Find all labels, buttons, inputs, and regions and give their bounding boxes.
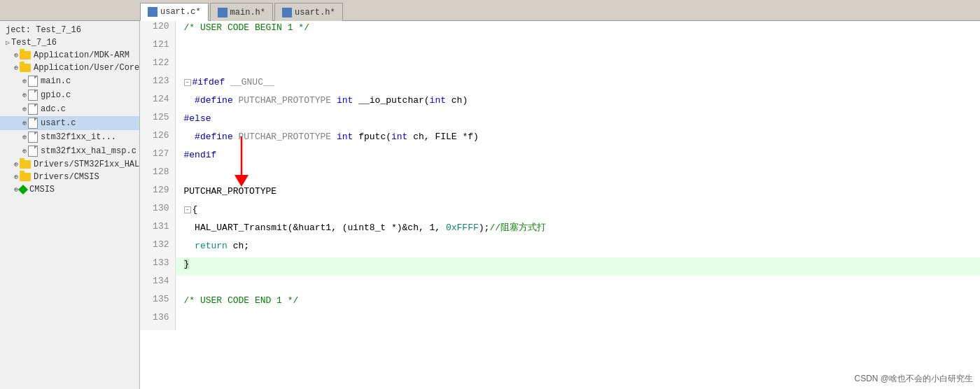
sidebar-item-user-core[interactable]: ⊕ Application/User/Core [0, 62, 139, 74]
expand-gpio-icon: ⊕ [22, 91, 27, 99]
line-number: 126 [140, 130, 175, 148]
folder-icon-hal [20, 160, 31, 169]
sidebar-item-main-c[interactable]: ⊕ main.c [0, 74, 139, 88]
line-row-highlighted: 133 } [140, 257, 980, 276]
code-line[interactable] [175, 312, 980, 330]
line-number: 120 [140, 21, 175, 39]
folder-icon-mdk [20, 51, 31, 59]
code-line[interactable] [175, 39, 980, 57]
line-number: 122 [140, 57, 175, 76]
line-row: 125 #else [140, 112, 980, 130]
sidebar: ject: Test_7_16 ▷ Test_7_16 ⊕ Applicatio… [0, 21, 140, 389]
line-row: 127 #endif [140, 148, 980, 167]
code-line[interactable] [175, 57, 980, 76]
file-icon-gpio [28, 90, 38, 101]
file-icon-usart [28, 118, 38, 129]
code-line[interactable]: /* USER CODE END 1 */ [175, 294, 980, 312]
line-number: 124 [140, 94, 175, 112]
expand-main-icon: ⊕ [22, 77, 27, 85]
expand-root-icon: ▷ [6, 38, 10, 47]
line-number: 130 [140, 203, 175, 221]
main-area: ject: Test_7_16 ▷ Test_7_16 ⊕ Applicatio… [0, 21, 980, 389]
tab-usart-c[interactable]: usart.c* [140, 3, 209, 21]
code-line[interactable]: #define PUTCHAR_PROTOTYPE int fputc(int … [175, 130, 980, 148]
code-line[interactable]: return ch; [175, 239, 980, 257]
sidebar-item-drivers-hal[interactable]: ⊕ Drivers/STM32F1xx_HAL_Dri... [0, 158, 139, 171]
collapse-button[interactable]: - [184, 79, 191, 86]
tab-icon-usart-c [148, 7, 158, 17]
code-line[interactable] [175, 276, 980, 294]
comment-token: /* USER CODE BEGIN 1 */ [184, 22, 309, 33]
line-number: 129 [140, 185, 175, 203]
code-line[interactable] [175, 167, 980, 185]
tab-label-usart-c: usart.c* [160, 7, 201, 17]
tab-bar: usart.c* main.h* usart.h* [0, 0, 980, 21]
sidebar-item-stm32-msp[interactable]: ⊕ stm32f1xx_hal_msp.c [0, 144, 139, 158]
code-line[interactable]: HAL_UART_Transmit(&huart1, (uint8_t *)&c… [175, 221, 980, 239]
line-number: 127 [140, 148, 175, 167]
file-icon-main [28, 76, 38, 87]
line-row: 126 #define PUTCHAR_PROTOTYPE int fputc(… [140, 130, 980, 148]
sidebar-item-usart-c[interactable]: ⊕ usart.c [0, 116, 139, 130]
line-row: 122 [140, 57, 980, 76]
sidebar-root-folder[interactable]: ▷ Test_7_16 [0, 36, 139, 49]
line-number: 135 [140, 294, 175, 312]
file-icon-adc [28, 104, 38, 115]
line-row: 132 return ch; [140, 239, 980, 257]
line-number: 123 [140, 76, 175, 94]
line-row: 124 #define PUTCHAR_PROTOTYPE int __io_p… [140, 94, 980, 112]
code-line[interactable]: } [175, 257, 980, 276]
sidebar-project-label: ject: Test_7_16 [0, 24, 139, 36]
code-line[interactable]: /* USER CODE BEGIN 1 */ [175, 21, 980, 39]
collapse-button-130[interactable]: - [184, 206, 191, 213]
sidebar-item-adc-c[interactable]: ⊕ adc.c [0, 102, 139, 116]
code-editor[interactable]: 120 /* USER CODE BEGIN 1 */ 121 122 123 … [140, 21, 980, 389]
line-row: 131 HAL_UART_Transmit(&huart1, (uint8_t … [140, 221, 980, 239]
tab-main-h[interactable]: main.h* [210, 3, 273, 21]
line-number: 125 [140, 112, 175, 130]
sidebar-item-gpio-c[interactable]: ⊕ gpio.c [0, 88, 139, 102]
tab-usart-h[interactable]: usart.h* [274, 3, 343, 21]
sidebar-item-stm32-it[interactable]: ⊕ stm32f1xx_it... [0, 130, 139, 144]
sidebar-item-mdk-arm[interactable]: ⊕ Application/MDK-ARM [0, 49, 139, 62]
sidebar-item-drivers-cmsis[interactable]: ⊕ Drivers/CMSIS [0, 171, 139, 183]
file-icon-it [28, 132, 38, 143]
line-number: 121 [140, 39, 175, 57]
code-line[interactable]: -{ [175, 203, 980, 221]
folder-icon-cmsis [20, 173, 31, 181]
code-line[interactable]: PUTCHAR_PROTOTYPE [175, 185, 980, 203]
line-row: 129 PUTCHAR_PROTOTYPE [140, 185, 980, 203]
expand-hal-icon: ⊕ [14, 160, 18, 169]
tab-icon-usart-h [282, 8, 292, 17]
expand-adc-icon: ⊕ [22, 105, 27, 113]
code-line[interactable]: #endif [175, 148, 980, 167]
tab-icon-main-h [218, 8, 227, 17]
line-number: 134 [140, 276, 175, 294]
expand-cmsis-icon: ⊕ [14, 173, 18, 181]
line-number: 131 [140, 221, 175, 239]
line-row: 136 [140, 312, 980, 330]
line-row: 128 [140, 167, 980, 185]
line-number: 136 [140, 312, 175, 330]
sidebar-item-cmsis[interactable]: ⊕ CMSIS [0, 183, 139, 196]
line-row: 121 [140, 39, 980, 57]
expand-msp-icon: ⊕ [22, 147, 27, 155]
code-line[interactable]: -#ifdef __GNUC__ [175, 76, 980, 94]
folder-icon-core [20, 64, 31, 72]
line-number: 128 [140, 167, 175, 185]
code-table: 120 /* USER CODE BEGIN 1 */ 121 122 123 … [140, 21, 980, 330]
line-row: 123 -#ifdef __GNUC__ [140, 76, 980, 94]
code-line[interactable]: #else [175, 112, 980, 130]
tab-label-usart-h: usart.h* [295, 8, 335, 17]
expand-it-icon: ⊕ [22, 133, 27, 141]
file-icon-msp [28, 146, 38, 157]
expand-core-icon: ⊕ [14, 64, 18, 72]
line-row: 130 -{ [140, 203, 980, 221]
line-row: 120 /* USER CODE BEGIN 1 */ [140, 21, 980, 39]
expand-mdk-icon: ⊕ [14, 51, 18, 59]
code-line[interactable]: #define PUTCHAR_PROTOTYPE int __io_putch… [175, 94, 980, 112]
tab-label-main-h: main.h* [230, 8, 265, 17]
line-number: 132 [140, 239, 175, 257]
line-row: 134 [140, 276, 980, 294]
diamond-icon-cmsis [18, 185, 28, 194]
